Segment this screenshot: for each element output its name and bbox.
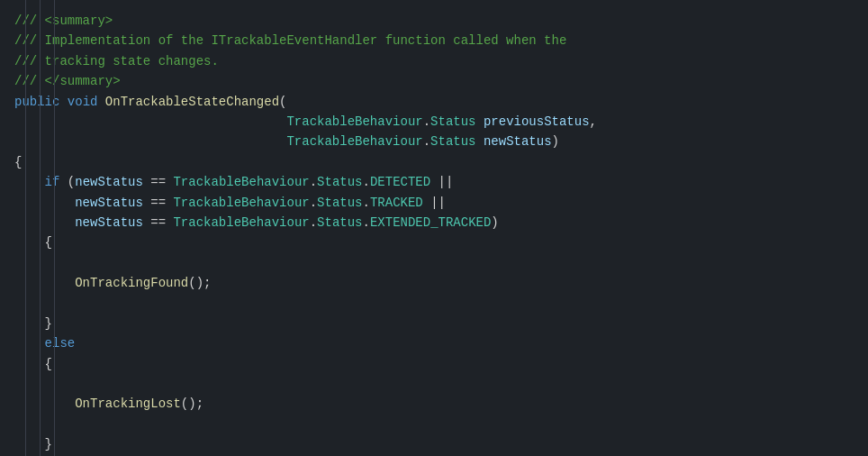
code-text: /// </summary> [14, 71, 121, 91]
code-text: == [143, 213, 174, 233]
code-text: TrackableBehaviour [173, 213, 309, 233]
code-line-4: /// </summary> [0, 71, 868, 91]
code-text [476, 112, 484, 132]
code-text: . [363, 213, 370, 233]
code-line-10: newStatus == TrackableBehaviour.Status.T… [0, 193, 868, 213]
code-line-11: newStatus == TrackableBehaviour.Status.E… [0, 213, 868, 233]
code-text: . [423, 112, 430, 132]
code-text: OnTrackableStateChanged [105, 92, 279, 112]
code-text: TrackableBehaviour [173, 172, 309, 192]
code-text [14, 253, 22, 273]
code-text: if [45, 172, 60, 192]
code-line-9: if (newStatus == TrackableBehaviour.Stat… [0, 172, 868, 192]
code-text: TrackableBehaviour [286, 112, 422, 132]
code-line-8: { [0, 152, 868, 172]
code-text: Status [317, 213, 362, 233]
code-line-14: OnTrackingFound(); [0, 273, 868, 293]
code-line-7: TrackableBehaviour.Status newStatus) [0, 132, 868, 151]
code-text: . [363, 172, 370, 192]
code-text: (); [181, 394, 203, 414]
code-line-5: public void OnTrackableStateChanged( [0, 92, 868, 112]
code-text: /// Implementation of the ITrackableEven… [14, 31, 566, 50]
code-text: newStatus [484, 132, 552, 151]
code-line-18: { [0, 354, 868, 374]
code-text: (); [188, 273, 211, 293]
code-text: . [310, 213, 317, 233]
code-text [14, 415, 22, 434]
code-line-16: } [0, 314, 868, 333]
code-text: Status [430, 132, 475, 151]
code-text: else [45, 333, 76, 353]
code-text [59, 92, 67, 112]
code-text: } [14, 434, 52, 454]
code-text: . [363, 193, 370, 213]
code-text: OnTrackingLost [75, 394, 181, 414]
code-text: Status [317, 172, 362, 192]
code-text [476, 132, 484, 151]
code-text [14, 112, 286, 132]
code-text: void [68, 92, 98, 112]
guide-line-1 [25, 0, 26, 456]
code-line-21 [0, 415, 868, 434]
code-line-3: /// tracking state changes. [0, 51, 868, 71]
code-text: TrackableBehaviour [286, 132, 422, 151]
code-text [14, 273, 75, 293]
code-editor: /// <summary> /// Implementation of the … [0, 0, 868, 456]
code-text: previousStatus [484, 112, 590, 132]
code-text: Status [317, 193, 362, 213]
code-text: . [310, 193, 317, 213]
code-text: . [423, 132, 430, 151]
code-line-22: } [0, 434, 868, 454]
code-text: ) [491, 213, 498, 233]
code-line-12: { [0, 233, 868, 252]
code-text [14, 394, 75, 414]
code-text [14, 374, 22, 394]
code-line-19 [0, 374, 868, 394]
code-line-13 [0, 253, 868, 273]
code-text: . [310, 172, 317, 192]
code-text: ( [279, 92, 286, 112]
code-text: OnTrackingFound [75, 273, 188, 293]
code-text: TrackableBehaviour [173, 193, 309, 213]
code-text: DETECTED [370, 172, 430, 192]
code-text: || [430, 172, 453, 192]
code-text: { [14, 152, 22, 172]
code-text: { [14, 354, 52, 374]
code-text: EXTENDED_TRACKED [370, 213, 491, 233]
code-line-6: TrackableBehaviour.Status previousStatus… [0, 112, 868, 132]
code-line-17: else [0, 333, 868, 353]
code-text: } [14, 314, 52, 333]
code-text: Status [430, 112, 475, 132]
code-text: == [143, 172, 174, 192]
code-text: { [14, 233, 52, 252]
code-text: ( [59, 172, 75, 192]
code-text: TRACKED [370, 193, 423, 213]
code-text: newStatus [75, 193, 143, 213]
code-text: , [590, 112, 597, 132]
guide-line-2 [40, 0, 41, 456]
code-text: ) [552, 132, 559, 151]
code-text [14, 293, 22, 313]
code-text [97, 92, 104, 112]
guide-line-3 [54, 0, 55, 456]
code-text [14, 213, 75, 233]
code-text: || [423, 193, 446, 213]
code-text [14, 193, 75, 213]
code-text [14, 132, 286, 151]
code-line-15 [0, 293, 868, 313]
code-line-2: /// Implementation of the ITrackableEven… [0, 31, 868, 50]
code-text: newStatus [75, 213, 143, 233]
code-line-1: /// <summary> [0, 11, 868, 31]
code-text: == [143, 193, 174, 213]
code-line-20: OnTrackingLost(); [0, 394, 868, 414]
code-text: public [14, 92, 59, 112]
code-text: /// tracking state changes. [14, 51, 219, 71]
code-text: newStatus [75, 172, 143, 192]
